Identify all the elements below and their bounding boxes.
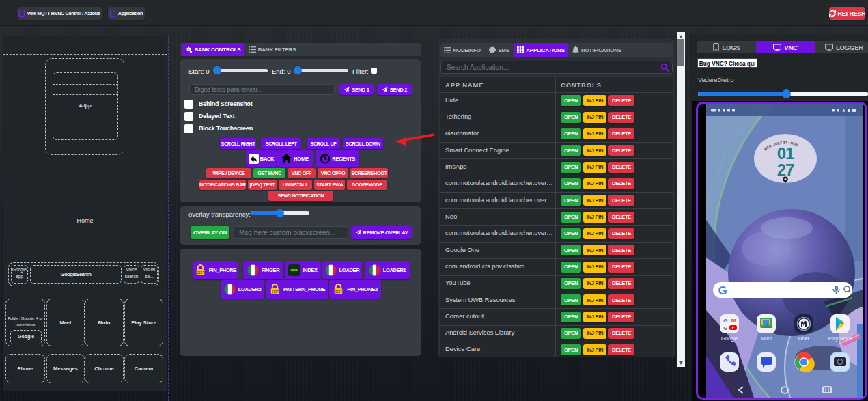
svg-text:Moto: Moto [761, 335, 772, 342]
svg-text:UNIDOS: UNIDOS [291, 269, 298, 272]
svg-text:Uber: Uber [798, 335, 810, 342]
svg-text:Play Store: Play Store [828, 335, 852, 342]
svg-text:Google: Google [721, 335, 738, 342]
svg-text:G: G [723, 325, 727, 331]
svg-text:G: G [723, 318, 727, 324]
svg-text:M: M [731, 318, 736, 324]
